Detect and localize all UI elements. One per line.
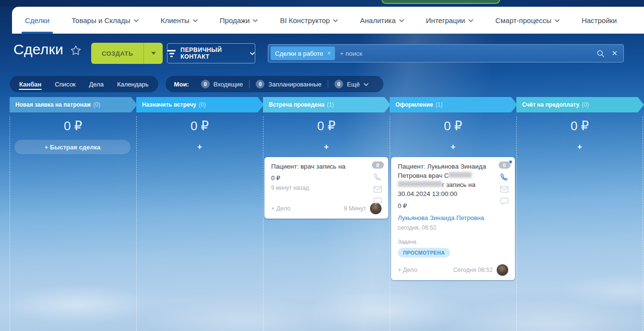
counter-item[interactable]: 0 Запланированные (249, 80, 328, 88)
nav-item-label: Смарт-процессы (495, 16, 551, 25)
view-tab-label: Канбан (19, 81, 41, 88)
search-input[interactable] (340, 50, 596, 57)
column-count: (0) (199, 101, 206, 108)
search-icons: ✕ (596, 49, 618, 58)
deal-amount: 0 ₽ (271, 174, 368, 182)
column-sum: 0 ₽ (10, 119, 136, 133)
deal-title: Пациент: Лукьянова Зинаида Петровна врач… (398, 162, 495, 199)
column-header[interactable]: Новая заявка на патронаж (0) (10, 97, 137, 112)
stage-filter-label: ПЕРВИЧНЫЙ КОНТАКТ (180, 47, 245, 60)
view-bar: Канбан Список Дела Календарь Мои: 0 Вход… (10, 76, 634, 92)
chat-icon[interactable] (373, 197, 382, 205)
filter-preset-chip[interactable]: Сделки в работе × (271, 47, 335, 60)
chip-close-icon[interactable]: × (327, 50, 331, 57)
favorite-star-icon[interactable] (70, 45, 82, 56)
create-dropdown-button[interactable] (143, 43, 163, 64)
chevron-down-icon (193, 19, 198, 23)
chat-icon[interactable] (500, 197, 509, 205)
chevron-down-icon (134, 19, 139, 23)
view-tab-label: Календарь (117, 81, 149, 88)
search-icon[interactable] (596, 49, 605, 58)
add-deal-button[interactable]: + (516, 140, 643, 154)
column-count: (0) (93, 101, 100, 108)
column-sum: 0 ₽ (516, 119, 643, 133)
deal-card[interactable]: 0 Пациент: врач запись на 0 ₽ 9 минут на… (264, 157, 388, 219)
chevron-down-icon (555, 19, 560, 23)
page-title-wrap: Сделки (13, 41, 82, 58)
column-sum: 0 ₽ (136, 119, 263, 133)
view-tab[interactable]: Календарь (110, 76, 155, 92)
email-icon[interactable] (500, 186, 509, 193)
avatar[interactable] (497, 264, 508, 276)
stage-filter-button[interactable]: ПЕРВИЧНЫЙ КОНТАКТ (167, 43, 255, 63)
nav-item[interactable]: Клиенты (150, 7, 209, 34)
search-clear-icon[interactable]: ✕ (611, 49, 618, 58)
kanban-column: Новая заявка на патронаж (0) 0 ₽ + Быстр… (10, 97, 136, 331)
column-header[interactable]: Счёт на предоплату (0) (516, 97, 644, 112)
task-label: Задача (398, 239, 495, 245)
counter-badge: 0 (201, 80, 210, 88)
column-title: Оформление (395, 101, 433, 108)
column-title: Встреча проведена (269, 101, 324, 108)
nav-item[interactable]: Настройки (571, 7, 628, 34)
add-activity-link[interactable]: + Дело (271, 205, 290, 212)
kanban-column: Оформление (1) 0 ₽ + 0 Пациент: Лукьянов… (390, 97, 516, 331)
my-label: Мои: (174, 81, 189, 88)
column-sum: 0 ₽ (390, 119, 516, 133)
deal-timestamp: сегодня, 06:52 (398, 224, 495, 231)
toolbar: Сделки СОЗДАТЬ ПЕРВИЧНЫЙ КОНТАКТ Сделки … (0, 42, 644, 64)
nav-item[interactable]: Смарт-процессы (484, 7, 571, 34)
page-title: Сделки (13, 41, 63, 58)
nav-item-label: Товары и Склады (72, 16, 131, 25)
email-icon[interactable] (373, 186, 382, 193)
column-count: (1) (327, 101, 334, 108)
view-tab[interactable]: Список (48, 76, 82, 92)
nav-item-label: BI Конструктор (280, 16, 330, 25)
footer-time: 9 Минут (344, 205, 366, 212)
counter-item[interactable]: 0 Ещё (328, 80, 375, 88)
chevron-down-icon (253, 19, 258, 23)
top-strip (0, 0, 644, 7)
phone-icon[interactable] (500, 173, 509, 182)
add-deal-button[interactable]: + (390, 140, 516, 154)
counter-label: Ещё (347, 81, 360, 88)
nav-item[interactable]: BI Конструктор (269, 7, 349, 34)
nav-item-label: Интеграции (426, 16, 465, 25)
column-title: Счёт на предоплату (522, 101, 579, 108)
column-header[interactable]: Встреча проведена (1) (263, 97, 391, 112)
column-title: Назначить встречу (142, 101, 196, 108)
column-sum: 0 ₽ (263, 119, 390, 133)
nav-item[interactable]: Сделки (14, 7, 60, 34)
comments-count-badge: 0 (499, 161, 511, 169)
comments-count-badge: 0 (372, 161, 384, 169)
column-title: Новая заявка на патронаж (15, 101, 91, 108)
column-header[interactable]: Назначить встречу (0) (136, 97, 264, 112)
add-deal-button[interactable]: + (263, 140, 390, 154)
nav-item[interactable]: Продажи (209, 7, 269, 34)
counter-item[interactable]: 0 Входящие (195, 80, 250, 88)
column-cards: 0 Пациент: Лукьянова Зинаида Петровна вр… (390, 157, 516, 280)
card-footer: + Дело 9 Минут (271, 203, 382, 214)
search-filter-bar[interactable]: Сделки в работе × ✕ (268, 44, 624, 62)
deal-card[interactable]: 0 Пациент: Лукьянова Зинаида Петровна вр… (391, 157, 515, 280)
add-deal-button[interactable]: + (136, 140, 263, 154)
view-tab[interactable]: Дела (83, 76, 110, 92)
phone-icon[interactable] (373, 173, 382, 182)
column-header[interactable]: Оформление (1) (390, 97, 517, 112)
nav-item-label: Продажи (220, 16, 250, 25)
funnel-icon (167, 50, 176, 57)
contact-link[interactable]: Лукьянова Зинаида Петровна (398, 214, 495, 221)
counter-badge: 0 (256, 80, 264, 88)
create-button[interactable]: СОЗДАТЬ (91, 43, 143, 64)
caret-down-icon (151, 52, 156, 55)
notification-dot (509, 160, 513, 164)
nav-item[interactable]: Интеграции (415, 7, 485, 34)
view-tab[interactable]: Канбан (12, 76, 48, 92)
chevron-down-icon (333, 19, 338, 23)
add-deal-button[interactable]: + Быстрая сделка (14, 140, 131, 154)
add-activity-link[interactable]: + Дело (398, 267, 417, 273)
nav-item[interactable]: Товары и Склады (60, 7, 150, 34)
nav-item[interactable]: Аналитика (349, 7, 415, 34)
card-icon-rail: 0 (498, 161, 511, 205)
deal-amount: 0 ₽ (398, 202, 495, 209)
